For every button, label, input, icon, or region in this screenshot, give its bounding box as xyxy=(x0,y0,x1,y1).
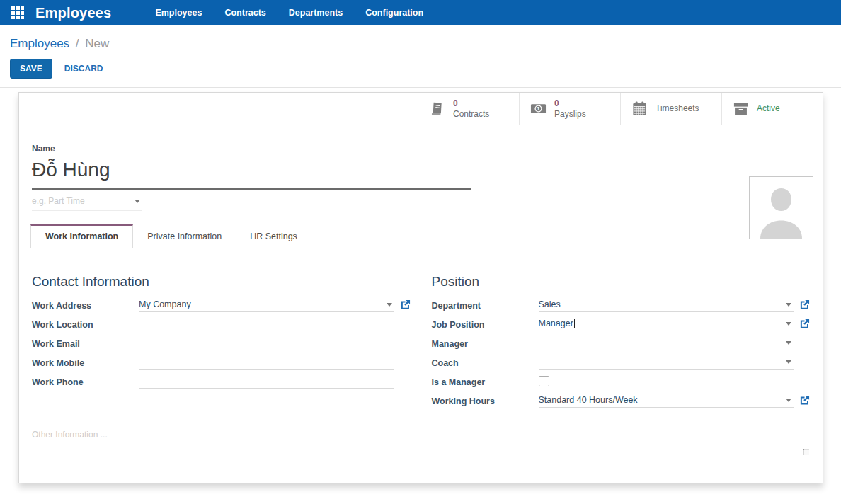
payslips-count: 0 xyxy=(554,98,586,108)
position-title: Position xyxy=(432,274,811,290)
text-cursor xyxy=(574,319,575,328)
tags-placeholder: e.g. Part Time xyxy=(32,196,85,206)
is-a-manager-row: Is a Manager xyxy=(432,375,811,389)
notebook-tabs: Work Information Private Information HR … xyxy=(19,224,823,248)
tags-input[interactable]: e.g. Part Time xyxy=(32,190,142,211)
coach-row: Coach xyxy=(432,356,811,370)
work-phone-label: Work Phone xyxy=(32,377,139,389)
contracts-label: Contracts xyxy=(453,109,489,119)
active-label: Active xyxy=(757,103,780,113)
stat-button-row: 0 Contracts 1 0 Payslips Times xyxy=(19,93,823,125)
resize-handle-icon[interactable] xyxy=(803,449,809,455)
form-sheet: 0 Contracts 1 0 Payslips Times xyxy=(18,92,823,483)
action-buttons: SAVE DISCARD xyxy=(10,59,841,79)
department-row: Department Sales xyxy=(432,299,811,312)
control-panel: Employees / New SAVE DISCARD xyxy=(0,25,841,88)
svg-text:1: 1 xyxy=(537,105,540,112)
tab-work-information[interactable]: Work Information xyxy=(30,224,133,248)
contact-information-title: Contact Information xyxy=(32,274,411,290)
is-a-manager-label: Is a Manager xyxy=(432,377,539,389)
manager-input[interactable] xyxy=(539,337,794,350)
working-hours-label: Working Hours xyxy=(432,396,539,408)
form-body: Name Đỗ Hùng e.g. Part Time Work Informa… xyxy=(19,125,823,457)
calendar-icon xyxy=(631,101,648,117)
discard-button[interactable]: DISCARD xyxy=(64,64,103,74)
menu-item-configuration[interactable]: Configuration xyxy=(365,8,423,18)
other-information-placeholder: Other Information ... xyxy=(32,430,108,440)
timesheets-label: Timesheets xyxy=(656,103,699,113)
work-location-label: Work Location xyxy=(32,320,139,331)
apps-menu-icon[interactable] xyxy=(11,6,25,20)
work-email-row: Work Email xyxy=(32,337,411,350)
external-link-icon[interactable] xyxy=(799,299,810,310)
work-location-row: Work Location xyxy=(32,318,411,331)
app-title[interactable]: Employees xyxy=(35,5,111,21)
department-input[interactable]: Sales xyxy=(539,299,794,312)
breadcrumb-current: New xyxy=(85,37,109,50)
position-section: Position Department Sales xyxy=(432,274,811,413)
coach-input[interactable] xyxy=(539,356,794,370)
breadcrumb: Employees / New xyxy=(10,37,841,51)
work-address-input[interactable]: My Company xyxy=(139,299,394,312)
save-button[interactable]: SAVE xyxy=(10,59,52,79)
work-phone-row: Work Phone xyxy=(32,375,411,389)
department-label: Department xyxy=(432,301,539,312)
coach-label: Coach xyxy=(432,358,539,370)
tab-hr-settings[interactable]: HR Settings xyxy=(236,224,311,248)
external-link-icon[interactable] xyxy=(799,319,810,329)
work-mobile-row: Work Mobile xyxy=(32,356,411,370)
name-label: Name xyxy=(32,144,810,154)
chevron-down-icon[interactable] xyxy=(786,322,791,326)
work-email-label: Work Email xyxy=(32,339,139,350)
working-hours-input[interactable]: Standard 40 Hours/Week xyxy=(539,394,794,408)
tab-private-information[interactable]: Private Information xyxy=(133,224,236,248)
timesheets-stat-button[interactable]: Timesheets xyxy=(620,93,721,125)
contact-information-section: Contact Information Work Address My Comp… xyxy=(32,274,411,413)
person-silhouette-icon xyxy=(750,177,813,239)
contracts-count: 0 xyxy=(453,98,489,108)
top-navbar: Employees Employees Contracts Department… xyxy=(0,0,841,25)
working-hours-row: Working Hours Standard 40 Hours/Week xyxy=(432,394,811,408)
breadcrumb-parent-link[interactable]: Employees xyxy=(10,37,69,50)
work-phone-input[interactable] xyxy=(139,375,394,389)
other-information-textarea[interactable]: Other Information ... xyxy=(32,425,810,457)
menu-item-employees[interactable]: Employees xyxy=(155,8,202,18)
job-position-input[interactable]: Manager xyxy=(539,318,794,331)
work-location-input[interactable] xyxy=(139,318,394,331)
chevron-down-icon[interactable] xyxy=(387,303,392,307)
work-address-row: Work Address My Company xyxy=(32,299,411,312)
archive-icon xyxy=(733,101,749,117)
chevron-down-icon[interactable] xyxy=(786,341,791,345)
contracts-stat-button[interactable]: 0 Contracts xyxy=(418,93,519,125)
manager-label: Manager xyxy=(432,339,539,350)
book-icon xyxy=(429,101,445,117)
chevron-down-icon[interactable] xyxy=(786,360,791,364)
active-stat-button[interactable]: Active xyxy=(721,93,823,125)
work-mobile-label: Work Mobile xyxy=(32,358,139,370)
is-a-manager-checkbox[interactable] xyxy=(539,376,549,386)
payslips-label: Payslips xyxy=(554,109,586,119)
external-link-icon[interactable] xyxy=(400,299,411,310)
job-position-row: Job Position Manager xyxy=(432,318,811,331)
breadcrumb-separator: / xyxy=(76,37,79,50)
grid-icon xyxy=(11,6,24,19)
job-position-label: Job Position xyxy=(432,320,539,331)
work-email-input[interactable] xyxy=(139,337,394,350)
chevron-down-icon[interactable] xyxy=(786,303,791,307)
main-menu: Employees Contracts Departments Configur… xyxy=(155,8,423,18)
work-address-label: Work Address xyxy=(32,301,139,312)
name-input[interactable]: Đỗ Hùng xyxy=(32,154,471,190)
menu-item-contracts[interactable]: Contracts xyxy=(224,8,265,18)
manager-row: Manager xyxy=(432,337,811,350)
work-mobile-input[interactable] xyxy=(139,356,394,370)
money-icon: 1 xyxy=(530,101,547,117)
menu-item-departments[interactable]: Departments xyxy=(289,8,343,18)
employee-photo-placeholder[interactable] xyxy=(749,176,813,239)
chevron-down-icon[interactable] xyxy=(135,200,140,203)
external-link-icon[interactable] xyxy=(799,395,810,406)
payslips-stat-button[interactable]: 1 0 Payslips xyxy=(519,93,620,125)
chevron-down-icon[interactable] xyxy=(786,399,791,402)
